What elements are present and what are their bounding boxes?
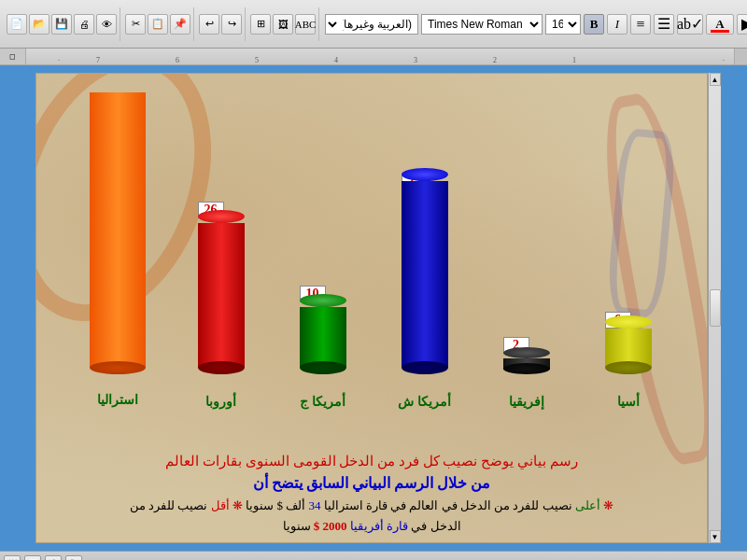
chart-subtitle: من خلال الرسم البياني السابق يتضح أن xyxy=(55,471,688,496)
ruler: ◻ · 7 6 5 4 3 2 1 · xyxy=(0,49,747,65)
chart-info-1: ❋ أعلى نصيب للفرد من الدخل في العالم في … xyxy=(55,496,688,516)
preview-button[interactable]: 👁 xyxy=(96,14,117,35)
align-right-button[interactable]: ≡ xyxy=(630,14,651,35)
toolbar: 📄 📂 💾 🖨 👁 ✂ 📋 📌 ↩ ↪ ⊞ 🖼 ABC (العربية وغي… xyxy=(0,0,747,49)
font-color-button[interactable]: A xyxy=(706,14,734,35)
align-left-button[interactable]: ☰ xyxy=(654,14,674,35)
scrollbar-right[interactable]: ▲ ▼ xyxy=(708,73,721,543)
status-icon-4[interactable]: 🔧 xyxy=(65,555,82,561)
spell-check-button[interactable]: ab✓ xyxy=(677,14,703,35)
bar-asia-label: أسيا xyxy=(617,394,640,410)
star-icon-1: ❋ xyxy=(603,498,613,512)
scroll-up-button[interactable]: ▲ xyxy=(710,73,721,86)
status-icon-2[interactable]: 📊 xyxy=(24,555,41,561)
ruler-marks: · 7 6 5 4 3 2 1 · xyxy=(54,49,734,64)
spell-button[interactable]: ABC xyxy=(295,14,316,35)
lang-select[interactable]: (العربية وغيرها) xyxy=(325,14,418,35)
text-section: رسم بياني يوضح نصيب كل فرد من الدخل القو… xyxy=(55,451,688,537)
bar-australia-label: استراليا xyxy=(97,392,138,408)
scroll-down-button[interactable]: ▼ xyxy=(710,530,721,543)
print-button[interactable]: 🖨 xyxy=(74,14,94,35)
bar-africa: 2 إفريقيا xyxy=(499,85,555,374)
undo-tools: ↩ ↪ xyxy=(196,7,246,41)
status-icon-1[interactable]: 🖼 xyxy=(4,555,21,561)
bar-america-j-label: أمريكا ج xyxy=(300,394,345,410)
bar-europe: 26 أوروبا xyxy=(193,85,249,374)
main-area: استراليا 26 أوروبا 10 xyxy=(0,65,747,551)
more-button[interactable]: ▶ xyxy=(737,14,747,35)
status-bar: 🖼 📊 📋 🔧 xyxy=(0,551,747,560)
table-button[interactable]: ⊞ xyxy=(250,14,271,35)
save-button[interactable]: 💾 xyxy=(51,14,72,35)
bar-asia: 6 أسيا xyxy=(600,85,656,374)
undo-button[interactable]: ↩ xyxy=(199,14,219,35)
italic-button[interactable]: I xyxy=(607,14,627,35)
image-button[interactable]: 🖼 xyxy=(273,14,293,35)
cut-button[interactable]: ✂ xyxy=(125,14,146,35)
redo-button[interactable]: ↪ xyxy=(221,14,242,35)
bar-america-sh: 27 أمريكا ش xyxy=(397,85,453,374)
bar-europe-label: أوروبا xyxy=(205,394,236,410)
chart-title: رسم بياني يوضح نصيب كل فرد من الدخل القو… xyxy=(55,451,688,472)
edit-tools: ✂ 📋 📌 xyxy=(122,7,194,41)
bar-australia: استراليا xyxy=(88,85,148,374)
paste-button[interactable]: 📌 xyxy=(170,14,190,35)
font-name-select[interactable]: Times New Roman xyxy=(421,14,543,35)
bar-africa-label: إفريقيا xyxy=(509,394,544,410)
document-page: استراليا 26 أوروبا 10 xyxy=(35,73,708,543)
chart-info-2: الدخل في قارة أفريقيا 2000 $ سنويا xyxy=(55,516,688,537)
copy-button[interactable]: 📋 xyxy=(148,14,168,35)
insert-tools: ⊞ 🖼 ABC xyxy=(247,7,319,41)
new-button[interactable]: 📄 xyxy=(7,14,27,35)
status-icon-3[interactable]: 📋 xyxy=(45,555,62,561)
file-tools: 📄 📂 💾 🖨 👁 xyxy=(4,7,120,41)
bar-america-j: 10 أمريكا ج xyxy=(295,85,351,374)
bar-america-sh-label: أمريكا ش xyxy=(398,394,451,410)
font-controls: (العربية وغيرها) Times New Roman 16 B I … xyxy=(321,14,747,35)
bold-button[interactable]: B xyxy=(584,14,604,35)
open-button[interactable]: 📂 xyxy=(29,14,49,35)
font-size-select[interactable]: 16 xyxy=(545,14,581,35)
